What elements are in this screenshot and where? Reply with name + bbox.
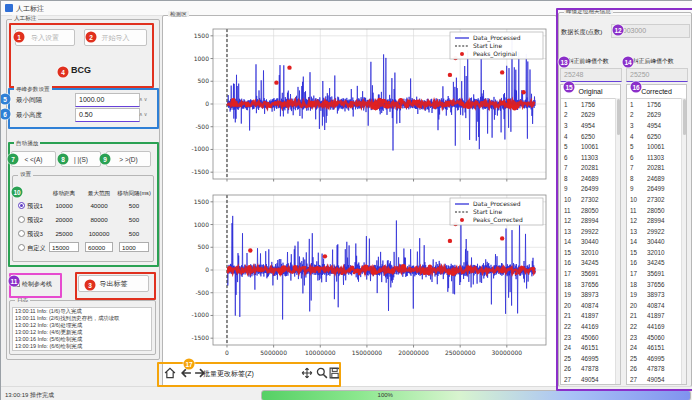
list-item[interactable]: 1128050 bbox=[627, 205, 686, 216]
svg-text:500: 500 bbox=[198, 77, 210, 84]
list-item[interactable]: 1938973 bbox=[561, 289, 620, 300]
list-item[interactable]: 1430440 bbox=[561, 237, 620, 248]
svg-text:30000000: 30000000 bbox=[492, 349, 523, 356]
zoom-icon[interactable] bbox=[316, 367, 328, 379]
list-item[interactable]: 1735691 bbox=[561, 268, 620, 279]
list-item[interactable]: 2244169 bbox=[627, 321, 686, 332]
list-item[interactable]: 2446151 bbox=[561, 342, 620, 353]
list-item[interactable]: 1430440 bbox=[627, 237, 686, 248]
min-interval-spinner[interactable]: ∧∨ bbox=[139, 96, 148, 102]
list-item[interactable]: 46250 bbox=[627, 131, 686, 142]
preset-radio-4[interactable] bbox=[18, 244, 25, 251]
preset-radio-1[interactable] bbox=[18, 202, 25, 209]
annotation-marker-17: 17 bbox=[184, 359, 195, 370]
list-item[interactable]: 2040874 bbox=[627, 300, 686, 311]
svg-text:0: 0 bbox=[205, 266, 209, 273]
list-scrollbar[interactable] bbox=[615, 98, 620, 384]
custom-value-input-1[interactable] bbox=[49, 242, 79, 252]
list-item[interactable]: 720281 bbox=[627, 162, 686, 173]
list-item[interactable]: 2345060 bbox=[627, 332, 686, 343]
log-output[interactable]: 13:00:11 Info: (1/6)导入完成13:00:11 Info: (… bbox=[12, 307, 152, 351]
list-item[interactable]: 11756 bbox=[627, 99, 686, 110]
list-item[interactable]: 926499 bbox=[561, 184, 620, 195]
list-item[interactable]: 34954 bbox=[561, 120, 620, 131]
list-item[interactable]: 22629 bbox=[561, 110, 620, 121]
list-item[interactable]: 2244169 bbox=[561, 321, 620, 332]
list-item[interactable]: 611303 bbox=[627, 152, 686, 163]
list-item[interactable]: 2546995 bbox=[561, 353, 620, 364]
list-item[interactable]: 2749054 bbox=[627, 374, 686, 385]
list-item[interactable]: 2040874 bbox=[561, 300, 620, 311]
pan-icon[interactable] bbox=[301, 367, 313, 379]
scrollbar-thumb[interactable] bbox=[617, 99, 620, 135]
row-index: 11 bbox=[561, 207, 581, 214]
signal-charts[interactable]: 150010005000-500-1000-1500Data_Processed… bbox=[164, 17, 554, 367]
list-item[interactable]: 824689 bbox=[627, 173, 686, 184]
scrollbar-thumb[interactable] bbox=[683, 99, 686, 135]
list-item[interactable]: 926499 bbox=[627, 184, 686, 195]
annotation-marker-3: 3 bbox=[85, 280, 96, 291]
preset-radio-2[interactable] bbox=[18, 216, 25, 223]
list-item[interactable]: 1128050 bbox=[561, 205, 620, 216]
svg-text:Start Line: Start Line bbox=[473, 208, 502, 215]
list-item[interactable]: 1228994 bbox=[627, 215, 686, 226]
list-item[interactable]: 2647878 bbox=[561, 363, 620, 374]
autoplay-forward-button[interactable]: > >(D) bbox=[106, 151, 151, 167]
autoplay-group-title: 自动播放 bbox=[14, 140, 40, 146]
preset-radio-3[interactable] bbox=[18, 230, 25, 237]
list-item[interactable]: 2546995 bbox=[627, 353, 686, 364]
save-icon[interactable] bbox=[329, 367, 341, 379]
row-index: 11 bbox=[627, 207, 647, 214]
list-item[interactable]: 824689 bbox=[561, 173, 620, 184]
corrected-peaks-list[interactable]: Corrected1175622629349544625051006161130… bbox=[626, 84, 687, 385]
list-item[interactable]: 1735691 bbox=[627, 268, 686, 279]
log-group-title: 日志 bbox=[15, 296, 30, 302]
custom-value-input-3[interactable] bbox=[119, 242, 149, 252]
list-item[interactable]: 1837656 bbox=[561, 279, 620, 290]
list-item[interactable]: 2647878 bbox=[627, 363, 686, 374]
list-item[interactable]: 22629 bbox=[627, 110, 686, 121]
list-item[interactable]: 34954 bbox=[627, 120, 686, 131]
row-index: 5 bbox=[627, 143, 647, 150]
custom-value-input-2[interactable] bbox=[85, 242, 113, 252]
svg-text:500: 500 bbox=[198, 243, 210, 250]
list-item[interactable]: 1634245 bbox=[627, 258, 686, 269]
list-item[interactable]: 1329922 bbox=[561, 226, 620, 237]
list-item[interactable]: 1938973 bbox=[627, 289, 686, 300]
list-item[interactable]: 1532010 bbox=[561, 247, 620, 258]
row-index: 1 bbox=[627, 101, 647, 108]
row-index: 23 bbox=[627, 334, 647, 341]
row-index: 15 bbox=[561, 249, 581, 256]
list-item[interactable]: 2446151 bbox=[627, 342, 686, 353]
min-interval-label: 最小间隔 bbox=[16, 96, 42, 105]
list-item[interactable]: 1837656 bbox=[627, 279, 686, 290]
annotation-marker-11: 11 bbox=[9, 276, 20, 287]
home-icon[interactable] bbox=[164, 367, 176, 379]
list-item[interactable]: 11756 bbox=[561, 99, 620, 110]
list-item[interactable]: 1329922 bbox=[627, 226, 686, 237]
batch-relabel-button[interactable]: 批量更改标签(Z) bbox=[203, 369, 254, 379]
list-item[interactable]: 2345060 bbox=[561, 332, 620, 343]
svg-text:25000000: 25000000 bbox=[445, 349, 476, 356]
list-item[interactable]: 2141897 bbox=[561, 311, 620, 322]
list-item[interactable]: 510061 bbox=[561, 141, 620, 152]
row-index: 9 bbox=[627, 185, 647, 192]
list-item[interactable]: 2749054 bbox=[561, 374, 620, 385]
list-item[interactable]: 611303 bbox=[561, 152, 620, 163]
list-item[interactable]: 720281 bbox=[561, 162, 620, 173]
list-item[interactable]: 2141897 bbox=[627, 311, 686, 322]
min-interval-field[interactable]: 1000.00 bbox=[75, 93, 140, 107]
list-scrollbar[interactable] bbox=[681, 98, 686, 384]
min-height-spinner[interactable]: ∧∨ bbox=[139, 111, 148, 117]
list-item[interactable]: 1027302 bbox=[627, 194, 686, 205]
list-item[interactable]: 46250 bbox=[561, 131, 620, 142]
annotation-marker-9: 9 bbox=[100, 154, 111, 165]
list-item[interactable]: 1027302 bbox=[561, 194, 620, 205]
list-item[interactable]: 1532010 bbox=[627, 247, 686, 258]
list-item[interactable]: 510061 bbox=[627, 141, 686, 152]
row-index: 5 bbox=[561, 143, 581, 150]
min-height-field[interactable]: 0.50 bbox=[75, 108, 140, 122]
list-item[interactable]: 1634245 bbox=[561, 258, 620, 269]
original-peaks-list[interactable]: Original11756226293495446250510061611303… bbox=[560, 84, 621, 385]
list-item[interactable]: 1228994 bbox=[561, 215, 620, 226]
